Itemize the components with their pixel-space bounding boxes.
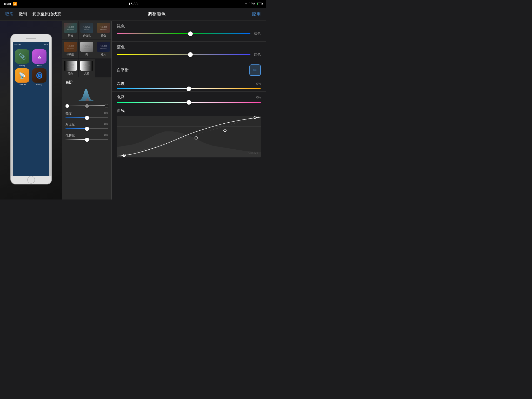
curves-label: 曲线 (117, 108, 261, 113)
page-title: 调整颜色 (148, 11, 165, 17)
svg-marker-0 (78, 89, 94, 101)
histogram-area (62, 86, 111, 102)
reset-button[interactable]: 复原至原始状态 (32, 11, 61, 17)
tint-slider[interactable] (117, 102, 261, 103)
brightness-track (65, 117, 87, 118)
contrast-label-row: 对比度 0% (65, 122, 108, 127)
app-label-waiting2: Waiting... (32, 83, 47, 85)
curves-section: 曲线 (112, 105, 266, 161)
filter-bw[interactable]: ╲玩儿法 waerfa.com 黑白 (62, 59, 78, 77)
brightness-label-row: 亮度 0% (65, 111, 108, 116)
middle-panel: ╲玩儿法 waerfa.com 鲜艳 ╲玩儿法 waerfa.com 多信息 (62, 21, 112, 200)
contrast-value: 0% (104, 122, 108, 127)
levels-header: 色阶 (62, 77, 111, 86)
levels-slider[interactable] (65, 105, 108, 106)
app-icon-overcast: 📡 (15, 68, 29, 83)
levels-highlight-thumb[interactable] (105, 104, 108, 108)
filter-name-invert: 反转 (84, 72, 89, 75)
curves-watermark: ╲玩儿法 (248, 151, 258, 155)
brightness-thumb[interactable] (85, 116, 89, 120)
status-bar-left: iPad 📶 (4, 2, 17, 6)
filter-thumb-brown: ╲玩儿法 waerfa.com (64, 42, 77, 52)
app-label-filters: Filters (32, 64, 47, 66)
nav-bar-left: 取消 撤销 复原至原始状态 (5, 11, 61, 17)
levels-midtone-thumb[interactable] (85, 104, 89, 108)
saturation-label-row: 饱和度 0% (65, 133, 108, 138)
photo-background: No SIM 1:33 P 📎 Waiting... ⟁ (0, 21, 62, 200)
white-balance-eyedropper-button[interactable]: ✏ (249, 64, 261, 76)
filter-warm[interactable]: ╲玩儿法 waerfa.com 暖色 (95, 21, 111, 39)
white-balance-label: 白平衡 (117, 68, 129, 73)
contrast-slider[interactable] (65, 128, 108, 129)
temperature-slider[interactable] (117, 88, 261, 89)
green-blue-thumb[interactable] (188, 31, 193, 36)
app-label-overcast: Overcast (15, 83, 30, 85)
blue-end-label: 红色 (253, 52, 261, 57)
filter-name-brown: 棕褐色 (66, 53, 74, 56)
saturation-track (65, 139, 87, 140)
saturation-label: 饱和度 (65, 133, 75, 138)
filter-thumb-info: ╲玩儿法 waerfa.com (80, 23, 93, 33)
app-grid: 📎 Waiting... ⟁ Filters 📡 (13, 47, 49, 88)
filter-shade[interactable]: ╲玩儿法 waerfa.com 遮片 (95, 40, 111, 58)
tint-section: 色泽 0% (112, 92, 266, 105)
green-blue-slider[interactable] (117, 33, 250, 34)
undo-button[interactable]: 撤销 (19, 11, 27, 17)
filter-name-bright: 亮 (85, 53, 88, 56)
brightness-slider[interactable] (65, 117, 108, 118)
contrast-track (65, 128, 87, 129)
filter-thumb-warm: ╲玩儿法 waerfa.com (97, 23, 110, 33)
saturation-value: 0% (104, 133, 108, 138)
green-section-label: 绿色 (117, 24, 261, 29)
curve-point-1[interactable] (195, 136, 198, 139)
filter-brown[interactable]: ╲玩儿法 waerfa.com 棕褐色 (62, 40, 78, 58)
yellow-blue-thumb[interactable] (188, 52, 193, 57)
histogram-svg (65, 87, 108, 101)
yellow-blue-slider[interactable] (117, 54, 250, 55)
curve-point-0[interactable] (123, 154, 126, 157)
filter-name-vivid: 鲜艳 (68, 34, 73, 37)
filter-watermark-invert: ╲玩儿法 waerfa.com (83, 64, 90, 68)
filter-thumb-invert: ╲玩儿法 waerfa.com (80, 61, 93, 71)
app-item-filters: ⟁ Filters (32, 49, 47, 66)
filter-name-shade: 遮片 (101, 53, 106, 56)
brightness-label: 亮度 (65, 111, 72, 116)
filter-vivid[interactable]: ╲玩儿法 waerfa.com 鲜艳 (62, 21, 78, 39)
filter-info[interactable]: ╲玩儿法 waerfa.com 多信息 (79, 21, 95, 39)
filter-invert[interactable]: ╲玩儿法 waerfa.com 反转 (79, 59, 95, 77)
tint-value: 0% (256, 96, 261, 99)
filter-watermark-bright: ╲玩儿法 waerfa.com (83, 45, 90, 49)
filter-bright[interactable]: ╲玩儿法 waerfa.com 亮 (79, 40, 95, 58)
curve-point-2[interactable] (223, 129, 227, 132)
cancel-button[interactable]: 取消 (5, 11, 14, 17)
levels-shadow-thumb[interactable] (65, 104, 69, 108)
filter-watermark-brown: ╲玩儿法 waerfa.com (67, 45, 74, 49)
saturation-container: 饱和度 0% (62, 132, 111, 143)
battery-percentage: 13% (249, 2, 255, 6)
phone-speaker (26, 38, 36, 39)
contrast-thumb[interactable] (85, 127, 89, 131)
temperature-label: 温度 (117, 81, 125, 86)
contrast-label: 对比度 (65, 122, 75, 127)
brightness-value: 0% (104, 111, 108, 116)
saturation-thumb[interactable] (85, 138, 89, 142)
filter-watermark-bw: ╲玩儿法 waerfa.com (67, 64, 74, 68)
tint-thumb[interactable] (187, 100, 191, 105)
saturation-slider[interactable] (65, 139, 108, 140)
blue-section: 蓝色 红色 (112, 42, 266, 62)
phone-bottom-bezel (11, 176, 51, 184)
filter-watermark-info: ╲玩儿法 waerfa.com (83, 26, 90, 30)
apply-button[interactable]: 应用 (252, 11, 261, 17)
curves-svg (117, 116, 261, 157)
app-icon-waiting: 📎 (15, 49, 29, 64)
temperature-thumb[interactable] (187, 87, 191, 91)
svg-marker-2 (117, 131, 261, 157)
phone-screen: No SIM 1:33 P 📎 Waiting... ⟁ (13, 42, 49, 176)
curves-canvas[interactable]: ╲玩儿法 (117, 116, 261, 157)
curve-point-3[interactable] (254, 116, 257, 119)
white-balance-row: 白平衡 ✏ (112, 62, 266, 78)
phone-home-button (27, 176, 35, 184)
bluetooth-icon: ✦ (245, 2, 247, 6)
phone-mockup: No SIM 1:33 P 📎 Waiting... ⟁ (10, 34, 52, 184)
phone-top-bezel (11, 34, 51, 42)
